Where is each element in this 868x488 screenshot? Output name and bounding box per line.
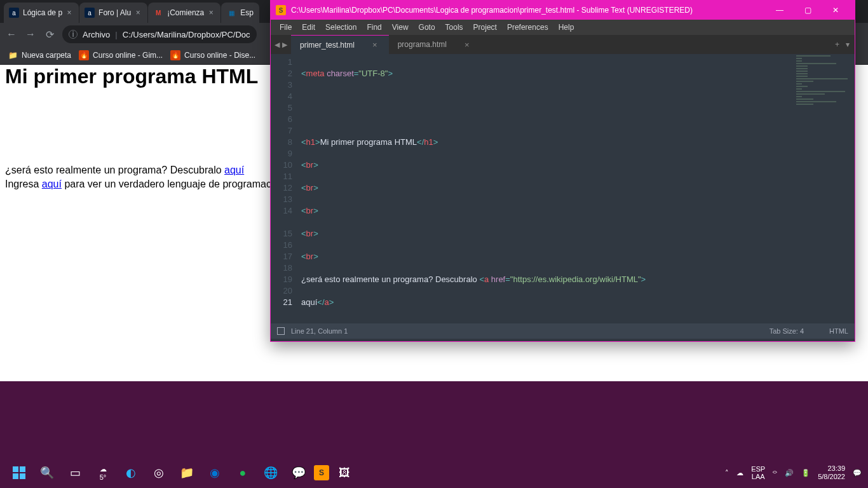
window-title: C:\Users\Marilina\Dropbox\PC\Documents\L… bbox=[291, 6, 766, 15]
favicon-icon: M bbox=[153, 8, 163, 18]
close-icon[interactable]: × bbox=[65, 8, 74, 17]
app-icon[interactable]: ◐ bbox=[118, 460, 144, 485]
favicon-icon: a bbox=[9, 8, 19, 18]
wifi-icon[interactable]: ⌔ bbox=[773, 469, 777, 477]
menu-tools[interactable]: Tools bbox=[440, 23, 468, 32]
menu-goto[interactable]: Goto bbox=[414, 23, 440, 32]
minimap[interactable] bbox=[796, 55, 853, 132]
tray-chevron-icon[interactable]: ˄ bbox=[725, 469, 729, 477]
system-tray: ˄ ☁ ESPLAA ⌔ 🔊 🔋 23:395/8/2022 💬 bbox=[725, 464, 862, 481]
tab-title: Lógica de p bbox=[23, 8, 62, 17]
editor-tab[interactable]: primer_test.html× bbox=[291, 35, 389, 54]
browser-tab[interactable]: aLógica de p× bbox=[4, 3, 79, 23]
sublime-window: S C:\Users\Marilina\Dropbox\PC\Documents… bbox=[270, 0, 855, 342]
reload-icon[interactable]: ⟳ bbox=[43, 29, 56, 41]
address-bar[interactable]: i Archivo | C:/Users/Marilina/Dropbox/PC… bbox=[62, 25, 257, 43]
menu-project[interactable]: Project bbox=[468, 23, 502, 32]
close-button[interactable]: ✕ bbox=[822, 6, 850, 15]
menu-selection[interactable]: Selection bbox=[320, 23, 362, 32]
link-aqui-1[interactable]: aquí bbox=[224, 165, 244, 175]
status-cursor: Line 21, Column 1 bbox=[291, 327, 348, 335]
status-syntax[interactable]: HTML bbox=[829, 327, 848, 335]
site-icon: 🔥 bbox=[79, 50, 89, 60]
new-tab-icon[interactable]: + bbox=[835, 40, 839, 49]
maximize-button[interactable]: ▢ bbox=[794, 6, 822, 15]
window-titlebar[interactable]: S C:\Users\Marilina\Dropbox\PC\Documents… bbox=[271, 1, 855, 20]
browser-tab[interactable]: aForo | Alu× bbox=[79, 3, 147, 23]
status-tabsize[interactable]: Tab Size: 4 bbox=[770, 327, 804, 335]
app-icon[interactable]: ◎ bbox=[146, 460, 172, 485]
bookmark-label: Curso online - Gim... bbox=[93, 51, 163, 60]
status-bar: Line 21, Column 1 Tab Size: 4 HTML bbox=[271, 323, 855, 339]
favicon-icon: a bbox=[85, 8, 95, 18]
menu-find[interactable]: Find bbox=[362, 23, 386, 32]
browser-tab[interactable]: ▦Esp bbox=[221, 3, 259, 23]
close-icon[interactable]: × bbox=[372, 40, 377, 50]
sublime-taskbar-icon[interactable]: S bbox=[314, 465, 329, 480]
volume-icon[interactable]: 🔊 bbox=[785, 469, 794, 477]
close-icon[interactable]: × bbox=[133, 8, 142, 17]
taskview-icon[interactable]: ▭ bbox=[62, 460, 88, 485]
info-icon[interactable]: i bbox=[69, 30, 78, 39]
favicon-icon: ▦ bbox=[226, 8, 236, 18]
tab-title: Foro | Alu bbox=[98, 8, 131, 17]
code-area[interactable]: <meta charset="UTF-8"> <h1>Mi primer pro… bbox=[297, 54, 855, 323]
taskbar: 🔍 ▭ ☁5° ◐ ◎ 📁 ◉ ● 🌐 💬 S 🖼 ˄ ☁ ESPLAA ⌔ 🔊… bbox=[0, 458, 868, 488]
tab-next-icon[interactable]: ▶ bbox=[282, 41, 287, 49]
menu-help[interactable]: Help bbox=[553, 23, 580, 32]
editor-tab[interactable]: programa.html× bbox=[389, 35, 481, 54]
editor-tab-name: primer_test.html bbox=[300, 41, 355, 50]
clock[interactable]: 23:395/8/2022 bbox=[818, 464, 845, 481]
app-icon[interactable]: 🖼 bbox=[332, 460, 357, 485]
folder-icon: 📁 bbox=[8, 50, 18, 60]
close-icon[interactable]: × bbox=[207, 8, 215, 17]
search-icon[interactable]: 🔍 bbox=[34, 460, 60, 485]
editor-tab-strip: ◀▶ primer_test.html× programa.html× +▾ bbox=[271, 35, 855, 54]
status-box-icon[interactable] bbox=[277, 327, 285, 335]
minimize-button[interactable]: — bbox=[766, 6, 794, 15]
menu-file[interactable]: File bbox=[275, 23, 297, 32]
app-icon[interactable]: ● bbox=[230, 460, 255, 485]
address-scheme: Archivo bbox=[83, 30, 110, 39]
tab-title: Esp bbox=[240, 8, 254, 17]
start-button[interactable] bbox=[6, 460, 32, 485]
bookmark-item[interactable]: 🔥Curso online - Dise... bbox=[170, 50, 255, 60]
bookmark-label: Curso online - Dise... bbox=[184, 51, 255, 60]
explorer-icon[interactable]: 📁 bbox=[174, 460, 200, 485]
tab-title: ¡Comienza bbox=[167, 8, 204, 17]
edge-icon[interactable]: ◉ bbox=[202, 460, 227, 485]
back-icon[interactable]: ← bbox=[5, 29, 18, 40]
battery-icon[interactable]: 🔋 bbox=[801, 469, 810, 477]
paragraph-text: Ingresa bbox=[5, 179, 42, 189]
menu-view[interactable]: View bbox=[387, 23, 414, 32]
address-path: C:/Users/Marilina/Dropbox/PC/Doc bbox=[123, 30, 250, 39]
editor-tab-name: programa.html bbox=[398, 40, 447, 49]
onedrive-icon[interactable]: ☁ bbox=[736, 469, 743, 477]
bookmark-label: Nueva carpeta bbox=[22, 51, 71, 60]
weather-widget[interactable]: ☁5° bbox=[90, 460, 116, 485]
tab-menu-icon[interactable]: ▾ bbox=[846, 40, 850, 49]
bookmark-item[interactable]: 🔥Curso online - Gim... bbox=[79, 50, 163, 60]
link-aqui-2[interactable]: aquí bbox=[42, 179, 62, 189]
language-indicator[interactable]: ESPLAA bbox=[751, 465, 765, 480]
browser-tab[interactable]: M¡Comienza× bbox=[148, 3, 220, 23]
line-gutter: 123456789101112131415161718192021 bbox=[271, 54, 297, 323]
bookmark-item[interactable]: 📁Nueva carpeta bbox=[8, 50, 71, 60]
site-icon: 🔥 bbox=[170, 50, 180, 60]
paragraph-text: ¿será esto realmente un programa? Descub… bbox=[5, 165, 224, 175]
chrome-icon[interactable]: 🌐 bbox=[258, 460, 283, 485]
sublime-icon: S bbox=[276, 5, 286, 15]
menubar: File Edit Selection Find View Goto Tools… bbox=[271, 20, 855, 35]
menu-preferences[interactable]: Preferences bbox=[502, 23, 553, 32]
menu-edit[interactable]: Edit bbox=[297, 23, 320, 32]
discord-icon[interactable]: 💬 bbox=[286, 460, 311, 485]
tab-prev-icon[interactable]: ◀ bbox=[275, 41, 280, 49]
notifications-icon[interactable]: 💬 bbox=[853, 469, 862, 477]
close-icon[interactable]: × bbox=[465, 40, 470, 50]
paragraph-text: para ver un verdadero lenguaje de progra… bbox=[62, 179, 288, 189]
code-editor[interactable]: 123456789101112131415161718192021 <meta … bbox=[271, 54, 855, 323]
forward-icon[interactable]: → bbox=[24, 29, 37, 40]
